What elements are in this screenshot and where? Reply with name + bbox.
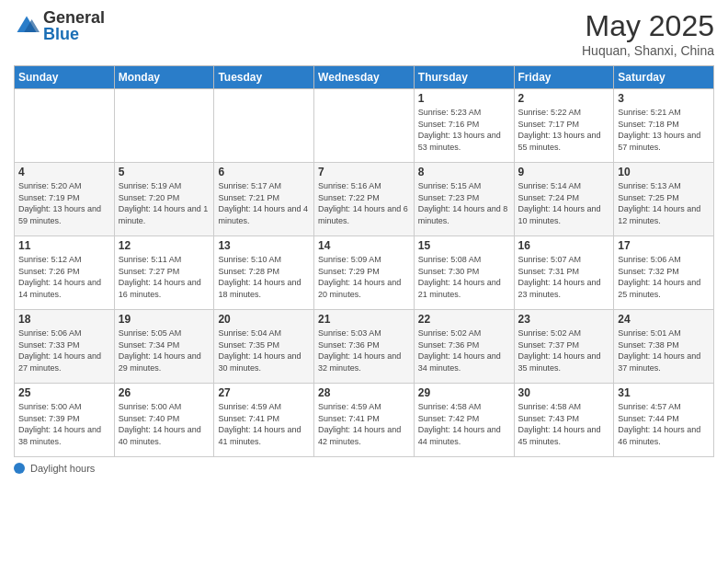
page-header: General Blue May 2025 Huquan, Shanxi, Ch… [14,9,714,58]
col-sunday: Sunday [15,66,115,89]
day-info: Sunrise: 4:59 AMSunset: 7:41 PMDaylight:… [218,401,310,447]
day-number: 20 [218,313,310,326]
day-info: Sunrise: 5:11 AMSunset: 7:27 PMDaylight:… [119,254,210,300]
col-friday: Friday [514,66,614,89]
day-number: 30 [518,386,610,399]
day-number: 16 [518,239,610,252]
table-row: 19Sunrise: 5:05 AMSunset: 7:34 PMDayligh… [114,310,214,384]
location-subtitle: Huquan, Shanxi, China [582,43,714,58]
logo: General Blue [14,9,105,42]
day-number: 14 [318,239,410,252]
table-row: 6Sunrise: 5:17 AMSunset: 7:21 PMDaylight… [214,163,314,236]
day-info: Sunrise: 5:02 AMSunset: 7:37 PMDaylight:… [518,327,610,373]
table-row: 4Sunrise: 5:20 AMSunset: 7:19 PMDaylight… [15,163,115,236]
day-number: 15 [418,239,510,252]
logo-general-text: General [43,9,105,26]
table-row: 2Sunrise: 5:22 AMSunset: 7:17 PMDaylight… [514,89,614,163]
table-row: 8Sunrise: 5:15 AMSunset: 7:23 PMDaylight… [414,163,514,236]
day-number: 24 [618,313,710,326]
table-row: 3Sunrise: 5:21 AMSunset: 7:18 PMDaylight… [614,89,714,163]
day-info: Sunrise: 5:03 AMSunset: 7:36 PMDaylight:… [318,327,410,373]
day-info: Sunrise: 5:01 AMSunset: 7:38 PMDaylight:… [618,327,710,373]
day-number: 5 [119,166,210,178]
day-number: 26 [119,386,210,399]
table-row: 24Sunrise: 5:01 AMSunset: 7:38 PMDayligh… [614,310,714,384]
table-row [214,89,314,163]
day-info: Sunrise: 5:12 AMSunset: 7:26 PMDaylight:… [18,254,110,300]
day-number: 1 [418,92,510,105]
day-info: Sunrise: 5:08 AMSunset: 7:30 PMDaylight:… [418,254,510,300]
calendar-week-5: 25Sunrise: 5:00 AMSunset: 7:39 PMDayligh… [15,384,714,457]
day-number: 11 [18,239,110,252]
day-info: Sunrise: 5:06 AMSunset: 7:33 PMDaylight:… [18,327,110,373]
day-number: 9 [518,166,610,178]
table-row: 31Sunrise: 4:57 AMSunset: 7:44 PMDayligh… [614,384,714,457]
table-row: 14Sunrise: 5:09 AMSunset: 7:29 PMDayligh… [314,236,415,310]
table-row: 22Sunrise: 5:02 AMSunset: 7:36 PMDayligh… [414,310,514,384]
calendar-page: General Blue May 2025 Huquan, Shanxi, Ch… [0,0,728,563]
day-number: 2 [518,92,610,105]
table-row: 9Sunrise: 5:14 AMSunset: 7:24 PMDaylight… [514,163,614,236]
calendar-table: Sunday Monday Tuesday Wednesday Thursday… [14,65,714,457]
table-row: 17Sunrise: 5:06 AMSunset: 7:32 PMDayligh… [614,236,714,310]
day-number: 10 [618,166,710,178]
table-row: 30Sunrise: 4:58 AMSunset: 7:43 PMDayligh… [514,384,614,457]
table-row: 21Sunrise: 5:03 AMSunset: 7:36 PMDayligh… [314,310,415,384]
table-row [314,89,415,163]
table-row [15,89,115,163]
day-info: Sunrise: 5:02 AMSunset: 7:36 PMDaylight:… [418,327,510,373]
day-info: Sunrise: 5:06 AMSunset: 7:32 PMDaylight:… [618,254,710,300]
day-info: Sunrise: 5:07 AMSunset: 7:31 PMDaylight:… [518,254,610,300]
day-info: Sunrise: 4:59 AMSunset: 7:41 PMDaylight:… [318,401,410,447]
day-number: 28 [318,386,410,399]
table-row: 16Sunrise: 5:07 AMSunset: 7:31 PMDayligh… [514,236,614,310]
calendar-week-1: 1Sunrise: 5:23 AMSunset: 7:16 PMDaylight… [15,89,714,163]
day-number: 12 [119,239,210,252]
table-row: 27Sunrise: 4:59 AMSunset: 7:41 PMDayligh… [214,384,314,457]
day-info: Sunrise: 4:58 AMSunset: 7:42 PMDaylight:… [418,401,510,447]
logo-icon [14,13,40,39]
table-row: 1Sunrise: 5:23 AMSunset: 7:16 PMDaylight… [414,89,514,163]
table-row [114,89,214,163]
day-info: Sunrise: 5:14 AMSunset: 7:24 PMDaylight:… [518,180,610,226]
day-info: Sunrise: 5:00 AMSunset: 7:40 PMDaylight:… [119,401,210,447]
col-saturday: Saturday [614,66,714,89]
day-number: 22 [418,313,510,326]
table-row: 12Sunrise: 5:11 AMSunset: 7:27 PMDayligh… [114,236,214,310]
day-number: 3 [618,92,710,105]
footer-dot-icon [14,463,25,474]
calendar-week-4: 18Sunrise: 5:06 AMSunset: 7:33 PMDayligh… [15,310,714,384]
table-row: 10Sunrise: 5:13 AMSunset: 7:25 PMDayligh… [614,163,714,236]
day-info: Sunrise: 5:16 AMSunset: 7:22 PMDaylight:… [318,180,410,226]
day-info: Sunrise: 5:17 AMSunset: 7:21 PMDaylight:… [218,180,310,226]
day-info: Sunrise: 4:57 AMSunset: 7:44 PMDaylight:… [618,401,710,447]
day-info: Sunrise: 5:19 AMSunset: 7:20 PMDaylight:… [119,180,210,226]
month-title: May 2025 [582,9,714,43]
table-row: 29Sunrise: 4:58 AMSunset: 7:42 PMDayligh… [414,384,514,457]
calendar-week-3: 11Sunrise: 5:12 AMSunset: 7:26 PMDayligh… [15,236,714,310]
day-info: Sunrise: 4:58 AMSunset: 7:43 PMDaylight:… [518,401,610,447]
calendar-week-2: 4Sunrise: 5:20 AMSunset: 7:19 PMDaylight… [15,163,714,236]
footer: Daylight hours [14,463,714,474]
day-number: 31 [618,386,710,399]
table-row: 20Sunrise: 5:04 AMSunset: 7:35 PMDayligh… [214,310,314,384]
day-number: 17 [618,239,710,252]
day-info: Sunrise: 5:05 AMSunset: 7:34 PMDaylight:… [119,327,210,373]
table-row: 7Sunrise: 5:16 AMSunset: 7:22 PMDaylight… [314,163,415,236]
calendar-header-row: Sunday Monday Tuesday Wednesday Thursday… [15,66,714,89]
day-info: Sunrise: 5:13 AMSunset: 7:25 PMDaylight:… [618,180,710,226]
daylight-label: Daylight hours [30,463,95,474]
col-monday: Monday [114,66,214,89]
day-number: 19 [119,313,210,326]
day-info: Sunrise: 5:20 AMSunset: 7:19 PMDaylight:… [18,180,110,226]
table-row: 25Sunrise: 5:00 AMSunset: 7:39 PMDayligh… [15,384,115,457]
day-number: 29 [418,386,510,399]
col-thursday: Thursday [414,66,514,89]
col-tuesday: Tuesday [214,66,314,89]
day-info: Sunrise: 5:21 AMSunset: 7:18 PMDaylight:… [618,107,710,153]
day-info: Sunrise: 5:22 AMSunset: 7:17 PMDaylight:… [518,107,610,153]
day-info: Sunrise: 5:10 AMSunset: 7:28 PMDaylight:… [218,254,310,300]
day-number: 6 [218,166,310,178]
day-info: Sunrise: 5:09 AMSunset: 7:29 PMDaylight:… [318,254,410,300]
day-number: 23 [518,313,610,326]
